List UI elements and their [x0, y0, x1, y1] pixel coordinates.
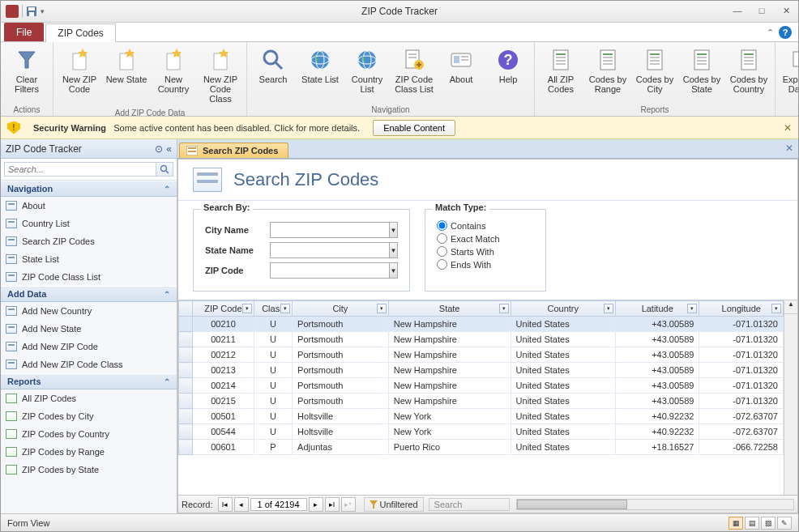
horizontal-scrollbar[interactable] [516, 499, 794, 510]
new-zip-code-class-button[interactable]: New ZIP Code Class [198, 44, 243, 107]
nav-item-add-new-zip-code-class[interactable]: Add New ZIP Code Class [1, 355, 177, 373]
about-button[interactable]: About [438, 44, 484, 87]
nav-category-reports[interactable]: Reports⌃ [1, 373, 177, 389]
help-icon[interactable]: ? [779, 26, 792, 39]
nav-next-button[interactable]: ▸ [309, 497, 323, 512]
results-grid[interactable]: ZIP Code▾Class▾City▾State▾Country▾Latitu… [178, 300, 784, 495]
nav-search-button[interactable] [156, 162, 173, 177]
filter-dropdown-icon[interactable]: ▾ [604, 304, 613, 313]
datasheet-view-button[interactable]: ▤ [745, 517, 759, 530]
vertical-scrollbar[interactable]: ▲ [784, 300, 797, 495]
row-selector[interactable] [179, 317, 193, 332]
nav-search-input[interactable] [4, 162, 156, 177]
table-row[interactable]: 00215UPortsmouthNew HampshireUnited Stat… [179, 394, 784, 409]
help-button[interactable]: ?Help [485, 44, 531, 87]
enable-content-button[interactable]: Enable Content [373, 120, 455, 136]
zip-code-class-list-button[interactable]: ZIP Code Class List [391, 44, 437, 97]
tab-file[interactable]: File [4, 23, 44, 41]
collapse-ribbon-icon[interactable]: ⌃ [767, 28, 774, 38]
nav-pane-header[interactable]: ZIP Code Tracker ⊙ « [1, 139, 177, 159]
match-contains-radio[interactable]: Contains [437, 220, 534, 231]
nav-item-state-list[interactable]: State List [1, 250, 177, 268]
qat-save-icon[interactable] [26, 6, 37, 17]
nav-item-zip-codes-by-city[interactable]: ZIP Codes by City [1, 407, 177, 425]
row-selector[interactable] [179, 394, 193, 409]
nav-item-add-new-country[interactable]: Add New Country [1, 302, 177, 320]
col-longitude[interactable]: Longitude▾ [699, 301, 784, 317]
all-zip-codes-button[interactable]: All ZIP Codes [538, 44, 583, 97]
new-zip-code-button[interactable]: New ZIP Code [57, 44, 102, 97]
nav-first-button[interactable]: I◂ [218, 497, 233, 512]
nav-item-add-new-zip-code[interactable]: Add New ZIP Code [1, 338, 177, 355]
country-list-button[interactable]: Country List [344, 44, 390, 97]
search-button[interactable]: Search [250, 44, 296, 87]
nav-last-button[interactable]: ▸I [325, 497, 340, 512]
security-close-icon[interactable]: ✕ [784, 122, 792, 134]
table-row[interactable]: 00212UPortsmouthNew HampshireUnited Stat… [179, 347, 784, 363]
table-row[interactable]: 00213UPortsmouthNew HampshireUnited Stat… [179, 363, 784, 378]
dropdown-icon[interactable]: ▼ [389, 263, 397, 278]
match-ends-with-radio[interactable]: Ends With [437, 259, 534, 270]
filter-dropdown-icon[interactable]: ▾ [687, 304, 697, 313]
nav-prev-button[interactable]: ◂ [234, 497, 249, 512]
table-row[interactable]: 00601PAdjuntasPuerto RicoUnited States+1… [179, 440, 784, 455]
col-city[interactable]: City▾ [293, 301, 389, 317]
row-selector[interactable] [179, 424, 193, 440]
filter-dropdown-icon[interactable]: ▾ [242, 304, 252, 313]
col-state[interactable]: State▾ [388, 301, 511, 317]
close-button[interactable]: ✕ [777, 3, 795, 18]
codes-by-country-button[interactable]: Codes by Country [726, 44, 771, 97]
filter-indicator[interactable]: Unfiltered [364, 497, 424, 512]
col-latitude[interactable]: Latitude▾ [615, 301, 699, 317]
table-row[interactable]: 00544UHoltsvilleNew YorkUnited States+40… [179, 424, 784, 440]
filter-dropdown-icon[interactable]: ▾ [499, 304, 509, 313]
col-zip-code[interactable]: ZIP Code▾ [193, 301, 254, 317]
row-selector[interactable] [179, 378, 193, 394]
table-row[interactable]: 00214UPortsmouthNew HampshireUnited Stat… [179, 378, 784, 394]
qat-customize[interactable]: ▾ [41, 7, 45, 15]
codes-by-range-button[interactable]: Codes by Range [585, 44, 630, 97]
nav-item-zip-codes-by-country[interactable]: ZIP Codes by Country [1, 425, 177, 443]
zip-code-combo[interactable]: ▼ [270, 262, 398, 279]
nav-item-add-new-state[interactable]: Add New State [1, 320, 177, 338]
layout-view-button[interactable]: ▧ [761, 517, 776, 530]
row-selector[interactable] [179, 440, 193, 455]
city-name-combo[interactable]: ▼ [270, 222, 398, 238]
nav-new-button[interactable]: ▸* [341, 497, 356, 512]
record-search-input[interactable]: Search [429, 498, 510, 511]
nav-item-zip-code-class-list[interactable]: ZIP Code Class List [1, 268, 177, 286]
nav-item-zip-codes-by-state[interactable]: ZIP Codes by State [1, 461, 177, 479]
maximize-button[interactable]: □ [753, 3, 771, 18]
nav-item-all-zip-codes[interactable]: All ZIP Codes [1, 389, 177, 407]
match-starts-with-radio[interactable]: Starts With [437, 246, 534, 257]
nav-item-search-zip-codes[interactable]: Search ZIP Codes [1, 232, 177, 250]
state-list-button[interactable]: State List [297, 44, 343, 87]
nav-category-navigation[interactable]: Navigation⌃ [1, 181, 177, 197]
row-selector[interactable] [179, 347, 193, 363]
doc-tab-search-zip-codes[interactable]: Search ZIP Codes [179, 143, 288, 158]
codes-by-state-button[interactable]: Codes by State [679, 44, 724, 97]
dropdown-icon[interactable]: ▼ [389, 223, 397, 237]
codes-by-city-button[interactable]: Codes by City [632, 44, 677, 97]
row-selector[interactable] [179, 409, 193, 424]
select-all-cell[interactable] [179, 301, 193, 317]
form-view-button[interactable]: ▦ [728, 517, 743, 530]
nav-collapse-icon[interactable]: « [166, 143, 172, 155]
filter-dropdown-icon[interactable]: ▾ [771, 304, 781, 313]
nav-item-zip-codes-by-range[interactable]: ZIP Codes by Range [1, 443, 177, 461]
state-name-combo[interactable]: ▼ [270, 242, 398, 258]
design-view-button[interactable]: ✎ [777, 517, 792, 530]
table-row[interactable]: 00501UHoltsvilleNew YorkUnited States+40… [179, 409, 784, 424]
minimize-button[interactable]: — [728, 3, 746, 18]
filter-dropdown-icon[interactable]: ▾ [280, 304, 290, 313]
table-row[interactable]: 00211UPortsmouthNew HampshireUnited Stat… [179, 332, 784, 347]
nav-dropdown-icon[interactable]: ⊙ [155, 143, 163, 155]
export-all-data-button[interactable]: Export All Data ▾ [779, 44, 799, 97]
nav-item-about[interactable]: About [1, 197, 177, 215]
tab-zip-codes[interactable]: ZIP Codes [45, 23, 115, 42]
nav-category-add-data[interactable]: Add Data⌃ [1, 286, 177, 302]
record-position-input[interactable] [250, 498, 307, 511]
filter-dropdown-icon[interactable]: ▾ [377, 304, 387, 313]
security-message[interactable]: Security Warning Some active content has… [33, 123, 360, 133]
doc-tab-close-icon[interactable]: ✕ [785, 143, 793, 154]
